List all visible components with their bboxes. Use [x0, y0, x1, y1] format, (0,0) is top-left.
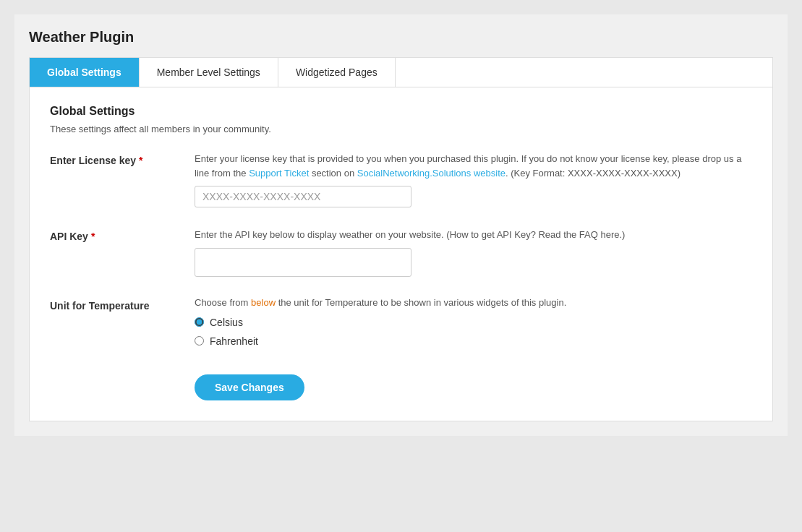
- temperature-description: Choose from below the unit for Temperatu…: [195, 297, 752, 308]
- tabs-container: Global Settings Member Level Settings Wi…: [29, 57, 773, 87]
- temperature-radio-group: Celsius Fahrenheit: [195, 317, 752, 347]
- support-ticket-link[interactable]: Support Ticket: [249, 168, 309, 179]
- save-button[interactable]: Save Changes: [195, 374, 304, 400]
- page-title: Weather Plugin: [29, 29, 773, 46]
- highlight-text: below: [251, 297, 276, 308]
- required-star: *: [139, 155, 142, 166]
- tab-member-level-settings[interactable]: Member Level Settings: [140, 58, 278, 87]
- celsius-option[interactable]: Celsius: [195, 317, 752, 328]
- license-key-input[interactable]: [195, 186, 411, 207]
- license-key-row: Enter License key* Enter your license ke…: [50, 152, 752, 207]
- api-key-input[interactable]: [195, 248, 411, 277]
- tab-global-settings[interactable]: Global Settings: [30, 58, 140, 87]
- tab-widgetized-pages[interactable]: Widgetized Pages: [278, 58, 396, 87]
- temperature-unit-field: Choose from below the unit for Temperatu…: [195, 297, 752, 354]
- temperature-unit-row: Unit for Temperature Choose from below t…: [50, 297, 752, 354]
- license-key-label: Enter License key*: [50, 152, 195, 166]
- fahrenheit-option[interactable]: Fahrenheit: [195, 335, 752, 347]
- fahrenheit-radio[interactable]: [195, 336, 204, 346]
- temperature-unit-label: Unit for Temperature: [50, 297, 195, 312]
- section-subtitle: These settings affect all members in you…: [50, 124, 752, 134]
- license-key-field: Enter your license key that is provided …: [195, 152, 752, 207]
- api-key-label: API Key*: [50, 228, 195, 242]
- section-title: Global Settings: [50, 105, 752, 118]
- save-button-row: Save Changes: [50, 374, 752, 400]
- api-key-field: Enter the API key below to display weath…: [195, 228, 752, 277]
- license-key-description: Enter your license key that is provided …: [195, 152, 752, 180]
- api-required-star: *: [91, 231, 95, 242]
- celsius-label: Celsius: [210, 317, 243, 328]
- fahrenheit-label: Fahrenheit: [210, 335, 258, 347]
- api-key-description: Enter the API key below to display weath…: [195, 228, 752, 242]
- api-key-row: API Key* Enter the API key below to disp…: [50, 228, 752, 277]
- page-wrapper: Weather Plugin Global Settings Member Le…: [14, 14, 788, 436]
- celsius-radio[interactable]: [195, 317, 204, 327]
- content-box: Global Settings These settings affect al…: [29, 87, 773, 421]
- sns-link[interactable]: SocialNetworking.Solutions website: [357, 168, 505, 179]
